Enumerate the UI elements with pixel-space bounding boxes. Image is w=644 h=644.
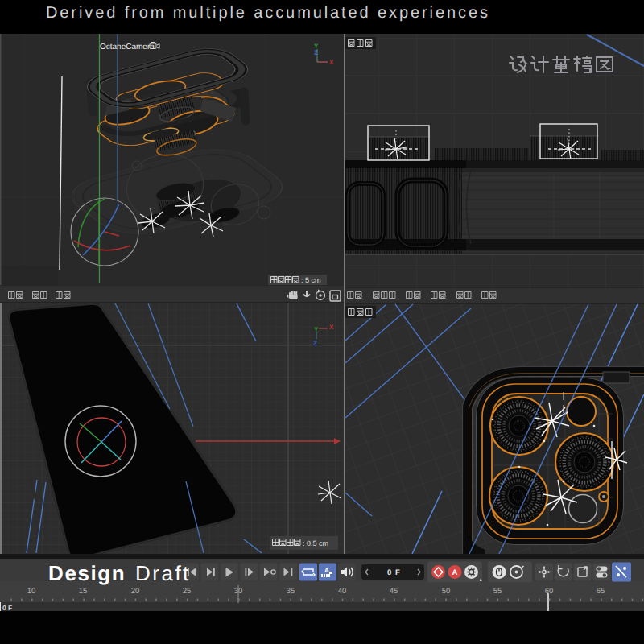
svg-text:0 F: 0 F: [387, 568, 401, 577]
svg-text:40: 40: [338, 587, 347, 596]
svg-text:Draft: Draft: [135, 561, 191, 585]
svg-text:: 0.5 cm: : 0.5 cm: [303, 539, 328, 547]
svg-text:OctaneCamera: OctaneCamera: [100, 43, 155, 52]
svg-text:20: 20: [131, 587, 140, 596]
svg-text:15: 15: [79, 587, 88, 596]
svg-text:10: 10: [27, 587, 36, 596]
svg-text:65: 65: [597, 587, 605, 596]
svg-text:50: 50: [442, 587, 451, 596]
svg-text:55: 55: [493, 587, 502, 596]
svg-text:Design: Design: [48, 561, 126, 585]
svg-text:25: 25: [183, 587, 192, 596]
svg-text:X: X: [329, 59, 334, 66]
svg-text:X: X: [329, 324, 334, 331]
svg-text:A: A: [452, 568, 457, 577]
svg-text:: 5 cm: : 5 cm: [301, 276, 321, 284]
svg-text:45: 45: [390, 587, 398, 596]
svg-text:Y: Y: [314, 326, 319, 333]
svg-text:60: 60: [545, 587, 554, 596]
svg-text:0 F: 0 F: [2, 604, 12, 612]
svg-text:Derived from multiple accumula: Derived from multiple accumulated experi…: [46, 4, 490, 22]
svg-text:35: 35: [287, 587, 295, 596]
svg-text:Z: Z: [313, 340, 317, 347]
svg-text:A: A: [324, 567, 329, 574]
